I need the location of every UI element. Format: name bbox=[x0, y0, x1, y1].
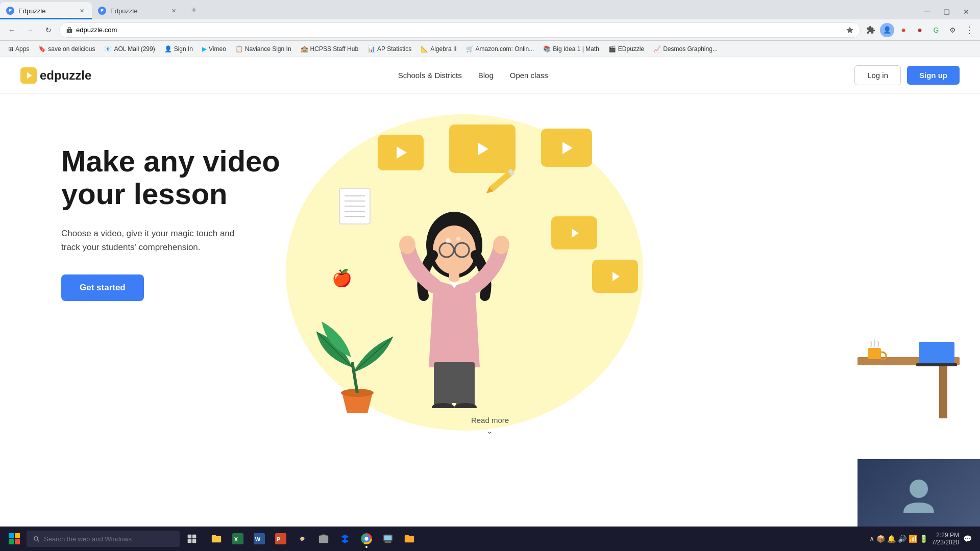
hero-illustration: 🍎 bbox=[306, 124, 960, 420]
toolbar-icon-1[interactable]: ● bbox=[896, 23, 911, 37]
file-explorer-button[interactable] bbox=[206, 529, 227, 549]
notification-icon[interactable]: 🔔 bbox=[887, 535, 896, 543]
powerpoint-button[interactable]: P bbox=[271, 529, 291, 549]
date-display: 7/23/2020 bbox=[932, 539, 959, 546]
bookmark-naviance[interactable]: 📋 Naviance Sign In bbox=[231, 43, 296, 55]
restore-button[interactable]: ❑ bbox=[939, 4, 954, 19]
svg-point-52 bbox=[364, 537, 368, 540]
svg-point-25 bbox=[456, 237, 460, 241]
nav-open-class[interactable]: Open class bbox=[510, 71, 548, 80]
get-started-button[interactable]: Get started bbox=[61, 274, 144, 301]
bookmark-apps[interactable]: ⊞ Apps bbox=[4, 43, 33, 55]
more-button[interactable]: ⋮ bbox=[962, 23, 976, 37]
hero-subtitle: Choose a video, give it your magic touch… bbox=[61, 227, 255, 254]
forward-button[interactable]: → bbox=[22, 22, 38, 38]
new-tab-button[interactable]: + bbox=[186, 2, 202, 18]
action-center-icon[interactable]: 💬 bbox=[963, 535, 972, 543]
bookmarks-bar: ⊞ Apps 🔖 save on delicious 📧 AOL Mail (2… bbox=[0, 41, 980, 57]
teacher-svg bbox=[388, 204, 521, 408]
network-icon[interactable]: 📶 bbox=[909, 535, 917, 543]
vimeo-icon: ▶ bbox=[202, 45, 207, 53]
bookmark-amazon[interactable]: 🛒 Amazon.com: Onlin... bbox=[462, 43, 538, 55]
nav-blog[interactable]: Blog bbox=[478, 71, 494, 80]
bookmark-delicious[interactable]: 🔖 save on delicious bbox=[34, 43, 99, 55]
windows-icon bbox=[9, 533, 20, 544]
desmos-icon: 📈 bbox=[653, 45, 661, 53]
site-logo[interactable]: edpuzzle bbox=[20, 67, 91, 84]
tab-2[interactable]: E Edpuzzle ✕ bbox=[92, 2, 184, 19]
bookmark-ap-stats[interactable]: 📊 AP Statistics bbox=[363, 43, 415, 55]
remote-button[interactable] bbox=[378, 529, 398, 549]
media-icon bbox=[297, 533, 308, 544]
play-icon-3 bbox=[562, 142, 573, 154]
bookmark-edpuzzle[interactable]: 🎬 EDpuzzle bbox=[604, 43, 648, 55]
bookmark-aol[interactable]: 📧 AOL Mail (299) bbox=[100, 43, 159, 55]
bookmark-star-icon[interactable] bbox=[846, 26, 854, 34]
remote-icon bbox=[382, 533, 394, 544]
hide-icons-button[interactable]: ∧ bbox=[869, 535, 874, 543]
dropbox-sys-icon[interactable]: 📦 bbox=[876, 535, 885, 543]
back-button[interactable]: ← bbox=[4, 22, 19, 38]
login-button[interactable]: Log in bbox=[854, 65, 901, 85]
task-view-button[interactable] bbox=[182, 529, 202, 549]
website-content: edpuzzle Schools & Districts Blog Open c… bbox=[0, 57, 980, 531]
logo-icon bbox=[20, 67, 37, 84]
volume-icon[interactable]: 🔊 bbox=[898, 535, 906, 543]
play-icon-2 bbox=[478, 143, 488, 155]
files-button[interactable] bbox=[399, 529, 420, 549]
tab-2-title: Edpuzzle bbox=[110, 7, 165, 15]
bookmark-desmos[interactable]: 📈 Desmos Graphing... bbox=[649, 43, 722, 55]
toolbar-icon-4[interactable]: ⚙ bbox=[945, 23, 960, 37]
bookmark-signin[interactable]: 👤 Sign In bbox=[160, 43, 197, 55]
play-icon-5 bbox=[612, 272, 620, 281]
taskbar-time[interactable]: 2:29 PM 7/23/2020 bbox=[932, 532, 959, 546]
tab-1[interactable]: E Edpuzzle ✕ bbox=[0, 2, 92, 19]
svg-rect-55 bbox=[384, 536, 392, 540]
address-bar[interactable] bbox=[59, 22, 861, 38]
plant-svg bbox=[311, 306, 403, 418]
video-thumb-3 bbox=[541, 129, 592, 167]
svg-text:X: X bbox=[234, 536, 238, 542]
apps-icon: ⊞ bbox=[8, 45, 13, 53]
bookmark-vimeo[interactable]: ▶ Vimeo bbox=[198, 43, 230, 55]
bookmark-algebra[interactable]: 📐 Algebra II bbox=[416, 43, 460, 55]
svg-point-32 bbox=[910, 480, 928, 498]
toolbar-icon-3[interactable]: G bbox=[929, 23, 943, 37]
task-view-icon bbox=[187, 534, 197, 544]
signup-button[interactable]: Sign up bbox=[907, 66, 960, 85]
file-explorer-icon bbox=[211, 533, 222, 544]
dropbox-button[interactable] bbox=[335, 529, 355, 549]
toolbar-icon-2[interactable]: ● bbox=[913, 23, 927, 37]
read-more[interactable]: Read more ⌄ bbox=[471, 416, 509, 436]
address-input[interactable] bbox=[76, 26, 843, 34]
desk-decoration bbox=[857, 337, 960, 420]
tab-2-close[interactable]: ✕ bbox=[169, 7, 178, 15]
nav-links: Schools & Districts Blog Open class bbox=[398, 71, 548, 80]
taskbar-search[interactable] bbox=[27, 531, 180, 547]
tab-1-close[interactable]: ✕ bbox=[78, 7, 86, 15]
profile-button[interactable]: 👤 bbox=[880, 23, 894, 37]
excel-icon: X bbox=[232, 533, 243, 544]
edpuzzle-bm-icon: 🎬 bbox=[608, 45, 616, 53]
svg-rect-39 bbox=[188, 539, 192, 543]
close-button[interactable]: ✕ bbox=[959, 4, 974, 19]
read-more-label: Read more bbox=[471, 416, 509, 424]
video-overlay[interactable] bbox=[857, 459, 980, 531]
taskbar-search-input[interactable] bbox=[44, 535, 166, 543]
svg-rect-36 bbox=[15, 539, 20, 544]
bookmark-hcpss[interactable]: 🏫 HCPSS Staff Hub bbox=[297, 43, 363, 55]
extensions-button[interactable] bbox=[864, 23, 878, 37]
media-button[interactable] bbox=[292, 529, 312, 549]
minimize-button[interactable]: ─ bbox=[920, 4, 935, 19]
camera-button[interactable] bbox=[313, 529, 334, 549]
excel-button[interactable]: X bbox=[228, 529, 248, 549]
word-button[interactable]: W bbox=[249, 529, 270, 549]
bookmark-big-idea[interactable]: 📚 Big Idea 1 | Math bbox=[539, 43, 603, 55]
svg-rect-16 bbox=[449, 271, 459, 282]
svg-rect-35 bbox=[9, 539, 14, 544]
refresh-button[interactable]: ↻ bbox=[41, 22, 56, 38]
chrome-button[interactable] bbox=[356, 529, 377, 549]
taskbar-apps: X W P bbox=[206, 529, 420, 549]
nav-schools[interactable]: Schools & Districts bbox=[398, 71, 462, 80]
start-button[interactable] bbox=[4, 529, 24, 549]
